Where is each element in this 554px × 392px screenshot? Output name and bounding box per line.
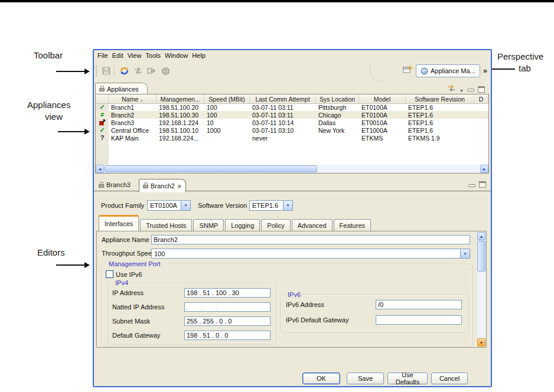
throughput-speed-select[interactable]: 100 bbox=[151, 249, 470, 259]
toolbar-separator bbox=[114, 66, 115, 76]
tab-features[interactable]: Features bbox=[334, 219, 371, 231]
cell-model: ET1000A bbox=[359, 126, 406, 134]
ip-address-field[interactable] bbox=[184, 288, 271, 298]
lock-icon bbox=[143, 182, 148, 189]
cell-last-comm: never bbox=[250, 134, 316, 142]
cell-speed: 10 bbox=[204, 119, 250, 126]
tab-interfaces[interactable]: Interfaces bbox=[99, 215, 139, 231]
tab-logging[interactable]: Logging bbox=[225, 219, 260, 231]
table-body: Branch1 198.51.100.20 100 03-07-11 03:11… bbox=[96, 103, 488, 142]
column-header-model[interactable]: Model bbox=[359, 94, 406, 103]
menu-view[interactable]: View bbox=[128, 51, 146, 60]
column-header-software-revision[interactable]: Software Revision bbox=[406, 94, 474, 103]
column-header-management[interactable]: Managemen... bbox=[157, 94, 204, 103]
ipv6-default-gateway-field[interactable] bbox=[376, 315, 462, 325]
use-ipv6-checkbox[interactable] bbox=[106, 270, 113, 278]
appliance-name-field[interactable] bbox=[151, 235, 470, 244]
push-config-icon[interactable] bbox=[145, 64, 158, 77]
ipv6-address-field[interactable] bbox=[376, 300, 462, 309]
open-perspective-icon[interactable] bbox=[403, 65, 413, 77]
menu-edit[interactable]: Edit bbox=[112, 51, 128, 60]
scroll-left-icon[interactable] bbox=[96, 165, 104, 173]
vertical-scrollbar[interactable] bbox=[477, 232, 485, 347]
table-row-branch1[interactable]: Branch1 198.51.100.20 100 03-07-11 03:11… bbox=[96, 103, 488, 111]
appliances-view-toolbar bbox=[447, 84, 485, 94]
documentation-figure: Toolbar Appliances view Editors Perspect… bbox=[0, 0, 554, 392]
cell-software-revision: ETEP1.6 bbox=[406, 126, 474, 134]
cell-sys-location: Pittsburgh bbox=[316, 103, 359, 111]
refresh-icon[interactable] bbox=[118, 64, 131, 77]
table-row-branch3[interactable]: Branch3 192.168.1.224 10 03-07-11 10:14 … bbox=[96, 119, 488, 126]
product-family-select[interactable]: ET0100A bbox=[147, 200, 191, 211]
column-header-status[interactable] bbox=[96, 94, 109, 103]
perspective-tab-button[interactable]: Appliance Ma... bbox=[416, 64, 480, 77]
natted-ip-address-label: Natted IP Address bbox=[112, 303, 164, 311]
appliances-view-tab-row: Appliances bbox=[94, 82, 491, 94]
column-header-sys-location[interactable]: Sys Location bbox=[316, 94, 359, 103]
perspective-overflow-chevron[interactable]: » bbox=[483, 68, 487, 74]
use-defaults-button[interactable]: Use Defaults bbox=[387, 373, 428, 384]
ok-button[interactable]: OK bbox=[302, 373, 340, 384]
cell-management: 198.51.100.20 bbox=[157, 103, 204, 111]
tab-policy[interactable]: Policy bbox=[261, 219, 290, 231]
natted-ip-address-field[interactable] bbox=[184, 302, 271, 312]
column-header-name[interactable]: Name bbox=[109, 94, 157, 103]
scroll-right-icon[interactable] bbox=[480, 165, 488, 173]
save-icon[interactable] bbox=[100, 64, 113, 77]
view-menu-icon[interactable] bbox=[460, 84, 464, 94]
toolbar-grip-handle[interactable] bbox=[96, 66, 99, 76]
in-sync-icon bbox=[99, 104, 105, 110]
default-gateway-field[interactable] bbox=[184, 331, 271, 340]
ip-address-label: IP Address bbox=[112, 289, 144, 296]
scrollbar-thumb[interactable] bbox=[105, 165, 317, 172]
column-header-truncated[interactable]: D bbox=[474, 94, 488, 103]
appliance-name-label: Appliance Name bbox=[102, 236, 149, 243]
in-sync-icon bbox=[99, 127, 105, 133]
scrollbar-thumb[interactable] bbox=[477, 241, 485, 272]
cell-name: Central Office bbox=[109, 126, 157, 134]
cell-model: ET0010A bbox=[359, 119, 406, 126]
maximize-icon[interactable] bbox=[479, 181, 486, 188]
menu-tools[interactable]: Tools bbox=[145, 51, 165, 60]
menu-bar: File Edit View Tools Window Help bbox=[94, 50, 491, 61]
subnet-mask-field[interactable] bbox=[184, 316, 271, 326]
perspective-tab-label: Appliance Ma... bbox=[431, 67, 475, 74]
scroll-up-icon[interactable] bbox=[477, 232, 485, 240]
menu-help[interactable]: Help bbox=[192, 51, 210, 60]
editor-tab-branch2[interactable]: Branch2 bbox=[139, 179, 186, 192]
app-window: File Edit View Tools Window Help bbox=[93, 49, 492, 387]
cell-speed: 100 bbox=[204, 111, 250, 119]
table-row-central-office[interactable]: Central Office 198.51.100.10 1000 03-07-… bbox=[96, 126, 488, 134]
scroll-down-icon[interactable] bbox=[477, 338, 485, 347]
save-button[interactable]: Save bbox=[347, 373, 384, 384]
menu-file[interactable]: File bbox=[97, 51, 112, 60]
minimize-icon[interactable] bbox=[467, 89, 474, 92]
cell-sys-location: Dallas bbox=[316, 119, 359, 126]
table-row-branch2[interactable]: Branch2 198.51.100.30 100 03-07-11 03:11… bbox=[96, 111, 488, 119]
tab-snmp[interactable]: SNMP bbox=[193, 219, 224, 231]
editor-tab-branch3[interactable]: Branch3 bbox=[95, 179, 134, 191]
minimize-icon[interactable] bbox=[468, 184, 475, 187]
network-globe-icon[interactable] bbox=[159, 64, 172, 77]
close-icon[interactable] bbox=[177, 182, 182, 190]
horizontal-scrollbar[interactable] bbox=[96, 165, 488, 173]
cell-management: 192.168.224... bbox=[157, 134, 204, 142]
table-row-kap-main[interactable]: KAP Main 192.168.224... never ETKMS ETKM… bbox=[96, 134, 488, 142]
maximize-icon[interactable] bbox=[478, 86, 485, 93]
ipv6-group: IPv6 IPv6 Address IPv6 Default Gateway bbox=[281, 295, 468, 332]
link-with-editor-icon[interactable] bbox=[447, 84, 456, 94]
column-header-speed[interactable]: Speed (MBit) bbox=[204, 94, 250, 103]
column-header-last-comm[interactable]: Last Comm Attempt bbox=[250, 94, 316, 103]
compare-config-icon[interactable] bbox=[132, 64, 145, 77]
cell-software-revision: ETKMS 1.9 bbox=[406, 134, 474, 142]
appliances-view-tab[interactable]: Appliances bbox=[95, 83, 148, 94]
menu-window[interactable]: Window bbox=[165, 51, 192, 60]
cell-name: KAP Main bbox=[109, 134, 157, 142]
editor-content: Product Family ET0100A Software Version … bbox=[94, 191, 491, 386]
table-header-row: Name Managemen... Speed (MBit) Last Comm… bbox=[96, 94, 488, 104]
cancel-button[interactable]: Cancel bbox=[431, 373, 468, 384]
cell-software-revision: ETEP1.6 bbox=[406, 103, 474, 111]
software-version-select[interactable]: ETEP1.6 bbox=[249, 200, 293, 211]
tab-trusted-hosts[interactable]: Trusted Hosts bbox=[140, 219, 192, 231]
tab-advanced[interactable]: Advanced bbox=[292, 219, 333, 231]
